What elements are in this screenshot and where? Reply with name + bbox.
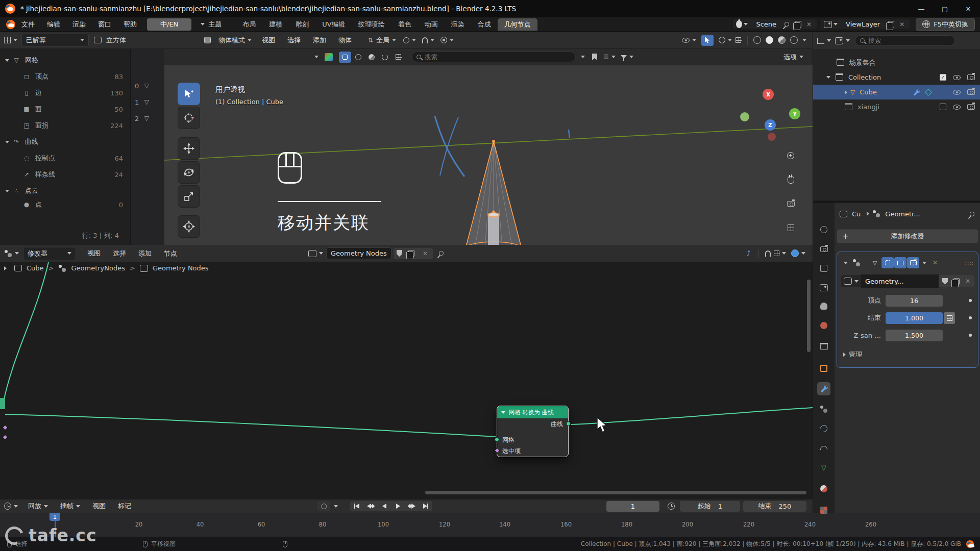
pin-icon[interactable] <box>783 21 790 28</box>
tab-geometry-nodes[interactable]: 几何节点 <box>498 18 537 31</box>
timeline-menu-view[interactable]: 视图 <box>86 502 112 511</box>
blender-menu-icon[interactable] <box>6 20 15 29</box>
select-tool-toggle[interactable] <box>701 35 714 46</box>
axis-z-ball[interactable]: Z <box>765 119 776 131</box>
pivot-point-dropdown[interactable] <box>403 37 416 43</box>
viewport-search[interactable] <box>411 52 576 62</box>
tab-uv-editing[interactable]: UV编辑 <box>315 18 351 31</box>
pin-icon[interactable] <box>969 211 975 217</box>
auto-key-button[interactable] <box>317 501 330 511</box>
properties-tab-constraints[interactable] <box>817 441 830 455</box>
funnel-filter-dropdown[interactable] <box>621 55 633 59</box>
language-toggle-button[interactable]: 中/EN <box>147 18 191 31</box>
drag-handle[interactable]: :::: <box>965 260 974 266</box>
tab-modeling[interactable]: 建模 <box>262 18 289 31</box>
timeline-menu-keying[interactable]: 插帧 <box>54 502 86 511</box>
frame-start-field[interactable]: 起始1 <box>680 501 740 512</box>
toggle-realtime[interactable] <box>894 257 906 268</box>
toggle-editmode[interactable] <box>881 257 894 268</box>
copy-tree-icon[interactable] <box>408 250 414 257</box>
toggle-show-in-editmode-cage[interactable]: ▽ <box>869 257 881 268</box>
node-snap-icon[interactable] <box>765 251 771 257</box>
node-overlays-toggle[interactable] <box>791 249 805 257</box>
outliner-collection[interactable]: Collection ✓ <box>813 70 980 85</box>
outliner-scene-collection[interactable]: 场景集合 <box>813 55 980 70</box>
tree-datablock-icon[interactable] <box>308 250 323 257</box>
tab-rendering[interactable]: 渲染 <box>445 18 471 31</box>
node-input-selection[interactable]: 选中项 <box>497 445 568 457</box>
search-input[interactable] <box>425 53 571 61</box>
frame-end-field[interactable]: 结束250 <box>743 501 806 512</box>
f5-language-switch-button[interactable]: F5中英切换 <box>916 18 975 31</box>
decorator-dot[interactable] <box>969 334 972 337</box>
fake-user-icon[interactable] <box>942 278 948 285</box>
hide-icon[interactable] <box>953 90 961 95</box>
node-tree-name-field[interactable]: Geometry Nodes <box>326 247 391 259</box>
tool-transform[interactable] <box>178 215 200 238</box>
tab-texture-paint[interactable]: 纹理喷绘 <box>352 18 391 31</box>
close-button[interactable]: ✕ <box>957 0 980 17</box>
tree-group-mesh[interactable]: ▽ 网格 <box>0 52 130 68</box>
filter-toggle-2[interactable] <box>352 52 364 63</box>
outliner-xiangji[interactable]: xiangji <box>813 99 980 114</box>
properties-tab-material[interactable] <box>817 482 830 495</box>
properties-tab-texture[interactable] <box>817 504 830 517</box>
toggle-render[interactable] <box>907 257 919 268</box>
modifier-panel-header[interactable]: ▽ ✕ :::: <box>841 256 974 269</box>
vertices-field[interactable]: 16 <box>886 295 943 307</box>
properties-tab-collection[interactable] <box>817 340 830 354</box>
viewport-menu-view[interactable]: 视图 <box>256 36 281 45</box>
maximize-button[interactable]: ▢ <box>933 0 957 17</box>
list-filter-dropdown[interactable]: ☰ <box>603 54 616 61</box>
data-source-icon[interactable] <box>325 53 333 61</box>
proportional-editing-toggle[interactable] <box>440 37 454 43</box>
play-button[interactable] <box>391 501 405 511</box>
axis-neg-x-ball[interactable] <box>768 133 776 141</box>
mode-dropdown[interactable]: 物体模式 <box>214 34 256 46</box>
ortho-grid-button[interactable] <box>783 220 798 235</box>
end-field[interactable]: 1.000 <box>886 312 943 324</box>
new-scene-icon[interactable] <box>795 21 801 28</box>
input-attribute-toggle[interactable] <box>944 312 955 324</box>
visibility-dropdown[interactable] <box>682 38 696 43</box>
axis-y-ball[interactable]: Y <box>789 108 800 119</box>
properties-tab-render[interactable] <box>817 242 830 256</box>
z-san-field[interactable]: 1.500 <box>886 330 943 341</box>
xray-toggle[interactable] <box>732 35 744 46</box>
axis-neg-y-ball[interactable] <box>740 112 749 121</box>
transform-orientation-dropdown[interactable]: ⇅ 全局 <box>368 36 396 45</box>
disable-render-icon[interactable] <box>967 74 975 80</box>
menu-edit[interactable]: 编辑 <box>41 20 66 29</box>
editor-type-icon[interactable] <box>4 250 19 257</box>
menu-file[interactable]: 文件 <box>15 20 41 29</box>
properties-tab-modifiers[interactable] <box>817 382 830 395</box>
tree-row-control-points[interactable]: ◌ 控制点 64 <box>0 150 130 166</box>
snap-magnet-toggle[interactable] <box>422 37 434 43</box>
collection-checkbox[interactable]: ✓ <box>940 74 946 81</box>
properties-tab-scene[interactable] <box>817 299 830 313</box>
node-input-mesh[interactable]: 网格 <box>497 434 568 445</box>
vertical-scrollbar[interactable] <box>807 280 811 352</box>
properties-tab-output[interactable] <box>817 262 830 275</box>
current-frame-field[interactable]: 1 <box>606 501 659 512</box>
tree-row-face-corners[interactable]: ◳ 面拐 224 <box>0 117 130 134</box>
socket-curve-output[interactable] <box>566 421 571 426</box>
socket-mesh-input[interactable] <box>495 437 499 442</box>
collection-checkbox[interactable] <box>940 104 946 110</box>
properties-tab-object[interactable] <box>817 362 830 375</box>
nodetree-name-field[interactable]: Geometry... <box>861 274 939 288</box>
tab-layout[interactable]: 布局 <box>236 18 262 31</box>
tree-group-pointcloud[interactable]: ∴ 点云 <box>0 183 130 199</box>
zoom-button[interactable] <box>783 148 798 163</box>
filter-toggle-3[interactable] <box>365 52 378 63</box>
geometry-node-editor[interactable]: 修改器 视图 选择 添加 节点 Geometry Nodes ✕ ⤴ <box>0 245 813 499</box>
modifier-extras-dropdown[interactable] <box>922 262 926 264</box>
spreadsheet-row[interactable]: 1 ▽ <box>131 94 164 110</box>
prev-keyframe-button[interactable] <box>364 501 377 511</box>
camera-view-button[interactable] <box>783 196 798 211</box>
tool-move[interactable] <box>178 137 200 160</box>
manage-section[interactable]: 管理 <box>841 348 974 361</box>
node-header[interactable]: 网格 转换为 曲线 <box>497 406 568 418</box>
spreadsheet-row[interactable]: 0 ▽ <box>131 78 164 94</box>
shading-rendered-button[interactable] <box>788 35 800 46</box>
